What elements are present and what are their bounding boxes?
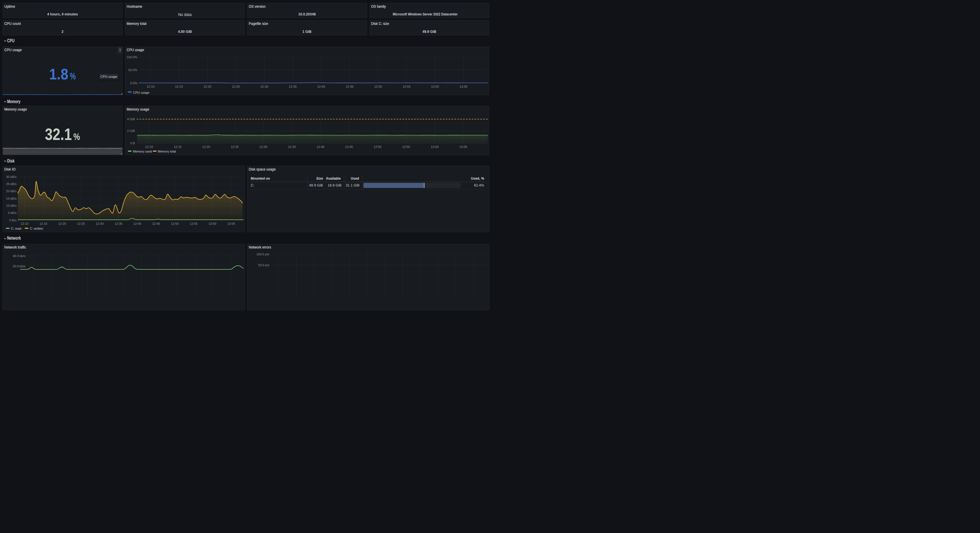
svg-text:10 kB/s: 10 kB/s: [6, 204, 17, 207]
svg-text:12:45: 12:45: [152, 222, 160, 225]
svg-text:12:55: 12:55: [402, 145, 410, 149]
svg-text:0.0%: 0.0%: [130, 81, 137, 85]
svg-text:12:35: 12:35: [288, 145, 296, 149]
svg-text:12:10: 12:10: [21, 222, 29, 225]
svg-text:13:00: 13:00: [431, 85, 439, 88]
svg-text:13:00: 13:00: [431, 145, 439, 149]
svg-text:12:25: 12:25: [231, 145, 239, 149]
svg-text:20 kB/s: 20 kB/s: [6, 189, 17, 193]
svg-text:12:30: 12:30: [259, 145, 267, 149]
svg-text:12:35: 12:35: [289, 85, 297, 88]
svg-text:12:30: 12:30: [96, 222, 104, 225]
svg-text:12:55: 12:55: [190, 222, 198, 225]
svg-text:C: written: C: written: [30, 227, 43, 230]
svg-text:12:50: 12:50: [374, 85, 382, 88]
svg-text:12:10: 12:10: [146, 85, 154, 88]
svg-text:12:15: 12:15: [175, 85, 183, 88]
svg-text:CPU usage: CPU usage: [133, 91, 149, 94]
svg-text:2 GiB: 2 GiB: [127, 129, 135, 133]
svg-text:13:05: 13:05: [459, 145, 467, 149]
svg-text:12:20: 12:20: [58, 222, 66, 225]
svg-text:12:20: 12:20: [203, 85, 211, 88]
svg-text:5 kB/s: 5 kB/s: [8, 211, 17, 214]
svg-text:12:50: 12:50: [373, 145, 381, 149]
svg-text:12:30: 12:30: [260, 85, 268, 88]
svg-text:50.0%: 50.0%: [128, 68, 137, 71]
svg-text:12:45: 12:45: [346, 85, 354, 88]
svg-text:4 GiB: 4 GiB: [127, 117, 135, 121]
svg-text:12:35: 12:35: [115, 222, 123, 225]
svg-text:Memory used: Memory used: [133, 150, 152, 153]
svg-text:13:05: 13:05: [227, 222, 235, 225]
svg-text:12:45: 12:45: [345, 145, 353, 149]
svg-text:40.0 kb/s: 40.0 kb/s: [13, 254, 25, 257]
svg-text:Memory total: Memory total: [158, 150, 176, 153]
svg-text:12:25: 12:25: [77, 222, 84, 225]
svg-text:100.0%: 100.0%: [126, 55, 137, 59]
svg-text:C: read: C: read: [11, 227, 21, 230]
svg-text:12:40: 12:40: [133, 222, 141, 225]
svg-text:12:50: 12:50: [171, 222, 179, 225]
svg-text:12:40: 12:40: [317, 145, 325, 149]
svg-text:12:15: 12:15: [173, 145, 181, 149]
svg-text:13:00: 13:00: [208, 222, 216, 225]
svg-text:100.0 p/s: 100.0 p/s: [256, 252, 270, 256]
svg-text:0 B/s: 0 B/s: [10, 219, 17, 222]
svg-text:30 kB/s: 30 kB/s: [6, 175, 17, 179]
svg-text:12:55: 12:55: [402, 85, 410, 88]
svg-text:12:10: 12:10: [145, 145, 153, 149]
svg-text:50.0 p/s: 50.0 p/s: [258, 263, 270, 266]
svg-text:15 kB/s: 15 kB/s: [6, 197, 17, 200]
svg-text:12:20: 12:20: [202, 145, 210, 149]
svg-text:25 kB/s: 25 kB/s: [6, 182, 17, 186]
svg-text:12:25: 12:25: [232, 85, 240, 88]
svg-text:20.0 kb/s: 20.0 kb/s: [13, 265, 25, 266]
svg-text:13:05: 13:05: [460, 85, 468, 88]
svg-text:12:40: 12:40: [317, 85, 325, 88]
svg-text:12:15: 12:15: [40, 222, 48, 225]
svg-text:0 B: 0 B: [130, 141, 135, 145]
